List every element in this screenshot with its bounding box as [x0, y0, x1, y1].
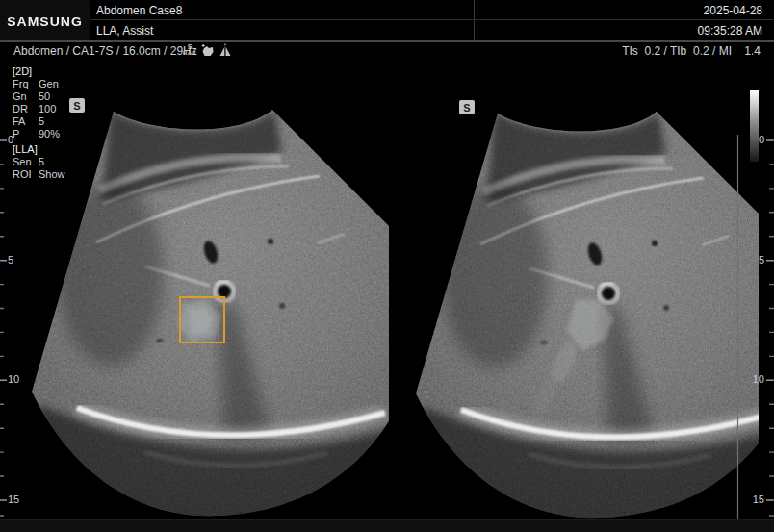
depth-label: 0	[743, 135, 764, 145]
header-bottom-divider	[0, 40, 774, 42]
param-row: Frq Gen	[13, 78, 99, 90]
param-row: DR 100	[13, 103, 99, 115]
image-save-stamp-icon	[200, 43, 215, 62]
imaging-parameter-panel: [2D] Frq Gen Gn 50 DR 100 FA 5 P 90% [LL…	[13, 65, 99, 181]
exam-date: 2025-04-28	[475, 0, 762, 20]
left-depth-ruler	[0, 140, 7, 516]
grayscale-bar	[750, 90, 759, 162]
param-row: ROI Show	[13, 168, 99, 181]
exam-title: Abdomen Case8	[96, 0, 462, 20]
depth-label: 15	[743, 494, 764, 505]
param-row: Gn 50	[13, 90, 99, 103]
depth-label: 15	[8, 494, 19, 505]
param-row: FA 5	[13, 115, 99, 128]
orientation-marker-left: S	[69, 98, 85, 113]
mode-header: [2D]	[13, 65, 99, 78]
exam-time: 09:35:28 AM	[475, 20, 762, 40]
ultrasound-image-right[interactable]	[391, 77, 774, 532]
param-row: Sen. 5	[13, 156, 99, 168]
har-bottom-label: HAR	[181, 50, 198, 57]
ultrasound-display-area	[0, 0, 774, 532]
orientation-marker-right: S	[459, 100, 475, 114]
status-bar	[0, 519, 774, 532]
har-top-label: S	[181, 43, 198, 50]
acoustic-output-indices: TIs 0.2 / TIb 0.2 / MI 1.4	[622, 44, 761, 58]
depth-label: 10	[743, 374, 764, 385]
depth-label: 10	[8, 374, 19, 385]
depth-label: 5	[743, 255, 764, 266]
right-depth-ruler	[766, 140, 774, 516]
depth-label: 5	[8, 255, 13, 266]
orientation-mirror-icon	[219, 43, 232, 62]
transducer-scan-info: Abdomen / CA1-7S / 16.0cm / 29Hz	[13, 44, 197, 58]
operator-info: LLA, Assist	[96, 20, 462, 40]
s-harmonic-indicator: S HAR	[181, 43, 198, 57]
preset-header: [LLA]	[13, 143, 99, 156]
samsung-logo: SAMSUNG	[7, 13, 83, 28]
header-divider	[90, 0, 90, 41]
depth-label: 0	[8, 135, 13, 145]
param-row: P 90%	[13, 128, 99, 140]
brand-logo-cell: SAMSUNG	[0, 0, 90, 41]
